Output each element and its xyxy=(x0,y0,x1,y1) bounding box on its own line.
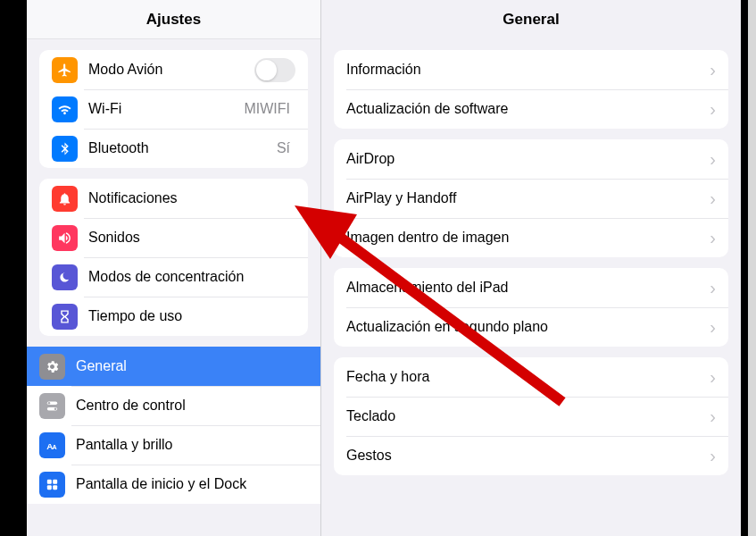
airplane-toggle[interactable] xyxy=(254,58,295,82)
row-label: Imagen dentro de imagen xyxy=(346,230,710,246)
row-label: Wi-Fi xyxy=(88,101,244,117)
sidebar-group-connectivity: Modo Avión Wi-Fi MIWIFI Bluetooth Sí xyxy=(39,50,308,168)
chevron-right-icon: › xyxy=(710,188,716,209)
detail-item-storage[interactable]: Almacenamiento del iPad › xyxy=(334,268,728,307)
row-label: Fecha y hora xyxy=(346,369,710,385)
detail-item-keyboard[interactable]: Teclado › xyxy=(334,397,728,436)
sidebar-title: Ajustes xyxy=(27,0,320,39)
device-bezel-left xyxy=(0,0,27,536)
sidebar-item-screentime[interactable]: Tiempo de uso xyxy=(39,297,308,336)
sidebar-item-notifications[interactable]: Notificaciones xyxy=(39,179,308,218)
row-label: AirPlay y Handoff xyxy=(346,190,710,206)
grid-icon xyxy=(39,472,65,498)
general-detail-pane: General Información › Actualización de s… xyxy=(321,0,741,536)
detail-group-airdrop: AirDrop › AirPlay y Handoff › Imagen den… xyxy=(334,139,728,257)
sidebar-item-sounds[interactable]: Sonidos xyxy=(39,218,308,257)
airplane-icon xyxy=(52,57,78,83)
detail-item-datetime[interactable]: Fecha y hora › xyxy=(334,357,728,397)
row-label: Bluetooth xyxy=(88,140,277,156)
chevron-right-icon: › xyxy=(710,406,716,427)
detail-group-storage: Almacenamiento del iPad › Actualización … xyxy=(334,268,728,347)
svg-rect-8 xyxy=(47,485,52,490)
gear-icon xyxy=(39,354,65,380)
sidebar-item-general[interactable]: General xyxy=(27,347,320,386)
sidebar-item-airplane[interactable]: Modo Avión xyxy=(39,50,308,89)
detail-item-bg-refresh[interactable]: Actualización en segundo plano › xyxy=(334,307,728,347)
row-label: Almacenamiento del iPad xyxy=(346,280,710,296)
svg-point-3 xyxy=(54,407,57,410)
row-label: Teclado xyxy=(346,408,710,424)
chevron-right-icon: › xyxy=(710,367,716,388)
chevron-right-icon: › xyxy=(710,149,716,170)
detail-group-info: Información › Actualización de software … xyxy=(334,50,728,129)
row-label: Actualización en segundo plano xyxy=(346,319,710,335)
row-label: Gestos xyxy=(346,448,710,464)
svg-rect-6 xyxy=(47,479,52,483)
detail-group-datetime: Fecha y hora › Teclado › Gestos › xyxy=(334,357,728,475)
row-value: MIWIFI xyxy=(244,101,290,117)
row-label: Modo Avión xyxy=(88,62,254,78)
row-label: Sonidos xyxy=(88,230,295,246)
speaker-icon xyxy=(52,225,78,251)
chevron-right-icon: › xyxy=(710,99,716,120)
chevron-right-icon: › xyxy=(710,278,716,298)
bluetooth-icon xyxy=(52,136,78,162)
row-label: General xyxy=(76,358,308,374)
moon-icon xyxy=(52,264,78,290)
wifi-icon xyxy=(52,96,78,122)
detail-title: General xyxy=(321,0,741,39)
chevron-right-icon: › xyxy=(710,60,716,80)
detail-item-gestures[interactable]: Gestos › xyxy=(334,436,728,475)
row-label: AirDrop xyxy=(346,151,710,167)
detail-item-airplay[interactable]: AirPlay y Handoff › xyxy=(334,179,728,218)
detail-item-software-update[interactable]: Actualización de software › xyxy=(334,89,728,129)
sidebar-item-controlcenter[interactable]: Centro de control xyxy=(27,386,320,425)
row-label: Notificaciones xyxy=(88,190,295,206)
row-label: Pantalla de inicio y el Dock xyxy=(76,476,308,492)
sidebar-item-focus[interactable]: Modos de concentración xyxy=(39,257,308,297)
hourglass-icon xyxy=(52,304,78,330)
detail-item-pip[interactable]: Imagen dentro de imagen › xyxy=(334,218,728,257)
svg-text:A: A xyxy=(53,443,57,450)
row-label: Tiempo de uso xyxy=(88,308,295,324)
row-value: Sí xyxy=(277,140,290,156)
row-label: Modos de concentración xyxy=(88,269,295,285)
sidebar-item-bluetooth[interactable]: Bluetooth Sí xyxy=(39,129,308,168)
switches-icon xyxy=(39,393,65,419)
sidebar-group-general: General Centro de control AA Pantalla y … xyxy=(27,347,320,504)
row-label: Centro de control xyxy=(76,398,308,414)
chevron-right-icon: › xyxy=(710,317,716,338)
row-label: Información xyxy=(346,62,710,78)
sidebar-item-display[interactable]: AA Pantalla y brillo xyxy=(27,425,320,465)
sidebar-item-wifi[interactable]: Wi-Fi MIWIFI xyxy=(39,89,308,129)
svg-rect-7 xyxy=(53,479,57,483)
chevron-right-icon: › xyxy=(710,228,716,248)
text-icon: AA xyxy=(39,432,65,458)
row-label: Pantalla y brillo xyxy=(76,437,308,453)
detail-item-info[interactable]: Información › xyxy=(334,50,728,89)
detail-item-airdrop[interactable]: AirDrop › xyxy=(334,139,728,179)
chevron-right-icon: › xyxy=(710,446,716,466)
sidebar-group-notifications: Notificaciones Sonidos Modos de concentr… xyxy=(39,179,308,336)
settings-sidebar: Ajustes Modo Avión Wi-Fi MIWIFI Bluetoot… xyxy=(27,0,321,536)
svg-rect-9 xyxy=(53,485,57,490)
row-label: Actualización de software xyxy=(346,101,710,117)
device-bezel-right xyxy=(741,0,756,536)
sidebar-item-homescreen[interactable]: Pantalla de inicio y el Dock xyxy=(27,465,320,504)
svg-point-2 xyxy=(48,402,51,405)
bell-icon xyxy=(52,186,78,212)
